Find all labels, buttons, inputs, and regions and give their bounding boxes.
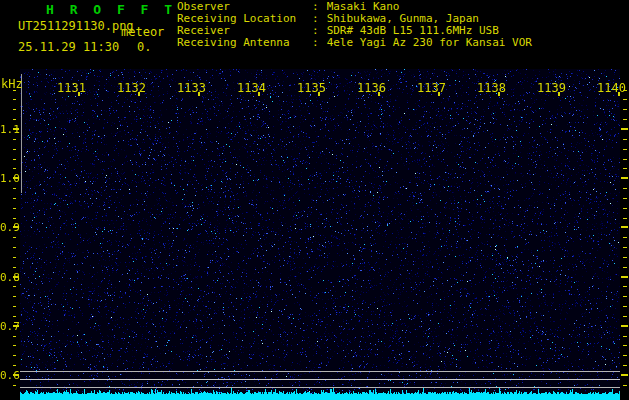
capture-filename: UT2511291130.png (18, 19, 134, 33)
time-tick (618, 92, 620, 96)
time-tick (138, 92, 140, 96)
spectrogram-canvas (20, 69, 620, 400)
spectrogram-plot: kHz 1.11.00.90.80.70.6113111321133113411… (0, 0, 629, 400)
freq-minor-tick-right (623, 237, 627, 238)
freq-minor-tick-right (623, 159, 627, 160)
echo-count: 0. (137, 40, 151, 54)
freq-major-tick-right (621, 325, 628, 327)
freq-minor-tick-right (623, 306, 627, 307)
freq-minor-tick-left (13, 355, 16, 356)
freq-major-tick-left (13, 374, 19, 376)
freq-minor-tick-right (623, 149, 627, 150)
freq-major-tick-right (621, 177, 628, 179)
freq-major-tick-left (13, 128, 19, 130)
time-tick-label: 1131 (57, 82, 86, 94)
freq-minor-tick-left (13, 198, 16, 199)
freq-minor-tick-left (13, 218, 16, 219)
hrofft-window: kHz 1.11.00.90.80.70.6113111321133113411… (0, 0, 629, 400)
freq-minor-tick-left (13, 109, 16, 110)
colon: : (312, 37, 319, 49)
freq-minor-tick-left (13, 139, 16, 140)
freq-minor-tick-left (13, 149, 16, 150)
freq-major-tick-left (13, 177, 19, 179)
freq-minor-tick-left (13, 208, 16, 209)
freq-minor-tick-right (623, 198, 627, 199)
freq-minor-tick-right (623, 99, 627, 100)
time-tick-label: 1139 (537, 82, 566, 94)
time-tick (378, 92, 380, 96)
freq-minor-tick-right (623, 188, 627, 189)
capture-datetime: 25.11.29 11:30 (18, 40, 119, 54)
freq-minor-tick-left (13, 385, 16, 386)
time-tick-label: 1134 (237, 82, 266, 94)
time-tick (318, 92, 320, 96)
freq-minor-tick-left (13, 267, 16, 268)
freq-minor-tick-right (623, 139, 627, 140)
freq-minor-tick-right (623, 208, 627, 209)
freq-major-tick-right (621, 128, 628, 130)
freq-minor-tick-left (13, 365, 16, 366)
freq-major-tick-right (621, 226, 628, 228)
station-name: meteor (121, 25, 164, 39)
time-tick-label: 1140 (597, 82, 626, 94)
time-tick-label: 1136 (357, 82, 386, 94)
freq-minor-tick-right (623, 286, 627, 287)
freq-minor-tick-right (623, 109, 627, 110)
freq-minor-tick-right (623, 296, 627, 297)
freq-minor-tick-right (623, 119, 627, 120)
reference-line-1 (20, 371, 620, 372)
signal-level-strip (20, 386, 620, 400)
freq-minor-tick-left (13, 296, 16, 297)
time-tick (198, 92, 200, 96)
time-tick (438, 92, 440, 96)
time-tick (498, 92, 500, 96)
freq-minor-tick-left (13, 237, 16, 238)
time-tick (78, 92, 80, 96)
freq-minor-tick-left (13, 188, 16, 189)
freq-major-tick-right (621, 276, 628, 278)
app-title: H R O F F T (46, 2, 176, 17)
time-tick-label: 1135 (297, 82, 326, 94)
freq-minor-tick-right (623, 345, 627, 346)
receiving-antenna-row: Receiving Antenna:4ele Yagi Az 230 for K… (177, 37, 532, 49)
freq-axis-unit-label: kHz (1, 77, 23, 91)
freq-minor-tick-right (623, 385, 627, 386)
freq-minor-tick-right (623, 316, 627, 317)
freq-minor-tick-right (623, 257, 627, 258)
freq-minor-tick-right (623, 168, 627, 169)
freq-major-tick-left (13, 226, 19, 228)
freq-minor-tick-right (623, 336, 627, 337)
freq-minor-tick-right (623, 267, 627, 268)
freq-major-tick-right (621, 374, 628, 376)
freq-minor-tick-left (13, 99, 16, 100)
freq-minor-tick-left (13, 306, 16, 307)
reference-line-2 (20, 379, 620, 380)
freq-minor-tick-left (13, 345, 16, 346)
receiving-antenna-value: 4ele Yagi Az 230 for Kansai VOR (319, 37, 532, 49)
freq-minor-tick-left (13, 247, 16, 248)
freq-minor-tick-left (13, 316, 16, 317)
freq-minor-tick-left (13, 336, 16, 337)
freq-minor-tick-left (13, 257, 16, 258)
freq-minor-tick-right (623, 218, 627, 219)
freq-minor-tick-right (623, 247, 627, 248)
freq-minor-tick-left (13, 168, 16, 169)
freq-minor-tick-left (13, 90, 16, 91)
time-tick-label: 1138 (477, 82, 506, 94)
freq-major-tick-left (13, 276, 19, 278)
detection-band-marker (21, 74, 22, 193)
freq-minor-tick-left (13, 159, 16, 160)
time-tick-label: 1132 (117, 82, 146, 94)
freq-minor-tick-left (13, 119, 16, 120)
time-tick-label: 1133 (177, 82, 206, 94)
receiving-antenna-label: Receiving Antenna (177, 37, 312, 49)
freq-minor-tick-right (623, 365, 627, 366)
freq-minor-tick-right (623, 355, 627, 356)
freq-minor-tick-left (13, 286, 16, 287)
time-tick (258, 92, 260, 96)
time-tick (558, 92, 560, 96)
time-tick-label: 1137 (417, 82, 446, 94)
freq-major-tick-left (13, 325, 19, 327)
